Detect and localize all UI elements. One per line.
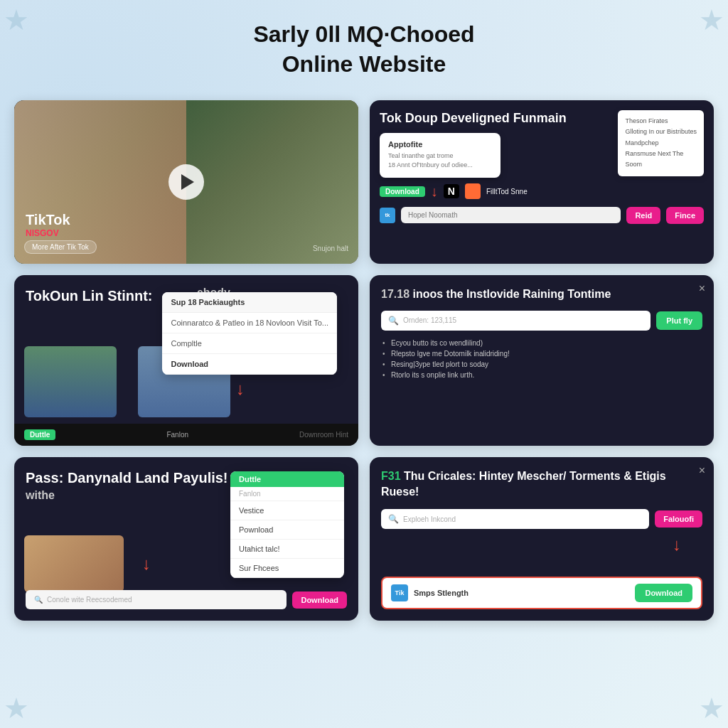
- context-menu-item-1[interactable]: Coinnaratco & Patleo in 18 Novloon Visit…: [162, 313, 337, 333]
- card6-search-row: 🔍 Exploeh Inkcond Falouofi: [381, 509, 702, 529]
- card6-search-icon: 🔍: [388, 514, 399, 524]
- card3-bottom-sub: Fanlon: [166, 431, 188, 439]
- card5-video-thumb: [24, 535, 124, 592]
- card4-action-button[interactable]: Plut fly: [656, 311, 702, 330]
- play-button[interactable]: [168, 164, 204, 200]
- arrow-bot-right: ↓: [673, 535, 681, 555]
- video-subtitle: Snujon halt: [313, 245, 348, 252]
- card2-sidebar: Theson Firates Glloting In our Bistribut…: [618, 110, 704, 176]
- more-after-tiktok-button[interactable]: More After Tik Tok: [24, 240, 97, 254]
- card6-arrow-container: ↓: [381, 535, 702, 555]
- star-decoration-br: ★: [699, 692, 724, 724]
- ctx2-item-1[interactable]: Vestice: [230, 501, 344, 520]
- tiktok-logo-text: TikTok: [26, 212, 70, 228]
- card4-search-row: 🔍 Ornden: 123,115 Plut fly: [381, 311, 702, 331]
- card-bot-left: Pass: Danynald Land Payulis! withe Duttl…: [14, 457, 358, 621]
- download-badge: Download: [380, 186, 425, 197]
- result-text: Smps Stlength: [414, 589, 635, 597]
- file-icon-blue: tk: [380, 208, 395, 223]
- card3-bottom-label: Duttle: [24, 429, 55, 440]
- bullet-item-1: Ecyou butto its co wendlilind): [381, 338, 702, 348]
- card5-context-menu: Duttle Fanlon Vestice Pownload Utahict t…: [230, 471, 344, 578]
- card4-search-icon: 🔍: [388, 316, 399, 326]
- card4-search-box: 🔍 Ornden: 123,115: [381, 311, 651, 331]
- bullet-item-4: Rtorlo its s onplie link urth.: [381, 370, 702, 380]
- arrow-down-card2: ↓: [431, 183, 438, 200]
- card2-reid-button[interactable]: Reid: [626, 207, 660, 224]
- card3-bottom-area: Duttle Fanlon Downroom Hint: [14, 424, 358, 446]
- star-decoration-tl: ★: [4, 4, 29, 36]
- ctx2-item-3[interactable]: Utahict talc!: [230, 540, 344, 559]
- bullet-item-3: Resing|3ype tled plort to soday: [381, 359, 702, 370]
- arrow-bot-left: ↓: [142, 554, 151, 574]
- card3-context-menu: Sup 18 Packiaughts Coinnaratco & Patleo …: [162, 292, 337, 375]
- card5-search-box: 🔍 Conole wite Reecsodemed: [26, 590, 287, 609]
- ctx2-item-4[interactable]: Sur Fhcees: [230, 559, 344, 578]
- card5-search-icon: 🔍: [34, 596, 43, 604]
- arrow-mid-left: ↓: [236, 379, 245, 399]
- card3-video-thumb: [24, 346, 117, 417]
- card6-search-box: 🔍 Exploeh Inkcond: [381, 509, 649, 529]
- star-decoration-tr: ★: [699, 4, 724, 36]
- card6-close-button[interactable]: ×: [699, 464, 705, 477]
- card6-search-placeholder: Exploeh Inkcond: [403, 515, 456, 523]
- card6-title-prefix: F31: [381, 470, 401, 482]
- result-icon: Tik: [391, 584, 408, 601]
- card6-download-result: Tik Smps Stlength Download: [381, 577, 702, 609]
- card4-bullet-list: Ecyou butto its co wendlilind) Rlepsto l…: [381, 338, 702, 380]
- tiktok-sub: NISGOV: [26, 228, 70, 238]
- card2-input[interactable]: [401, 207, 621, 223]
- star-decoration-bl: ★: [4, 692, 29, 724]
- bullet-item-2: Rlepsto lgve me Dotomilk inalidriding!: [381, 348, 702, 359]
- card4-close-button[interactable]: ×: [699, 282, 705, 295]
- card-tiktok-video: TikTok NISGOV More After Tik Tok Snujon …: [14, 100, 358, 264]
- card-mid-right: × 17.18 inoos the Instlovide Raining Ton…: [370, 275, 714, 446]
- context-menu-item-2[interactable]: Compltle: [162, 333, 337, 354]
- file-icon: [465, 183, 481, 199]
- card5-search-text: Conole wite Reecsodemed: [47, 596, 132, 604]
- card5-download-button[interactable]: Download: [292, 592, 347, 609]
- card-mid-left: TokOun Lin Stinnt: ebody Sup 18 Packiaug…: [14, 275, 358, 446]
- card-top-right: Tok Doup Develigned Funmain Theson Firat…: [370, 100, 714, 264]
- ctx2-item-2[interactable]: Pownload: [230, 520, 344, 540]
- notion-icon: N: [444, 184, 459, 198]
- card4-search-value: Ornden: 123,115: [403, 316, 456, 324]
- context-menu-download[interactable]: Download: [162, 354, 337, 375]
- card2-fince-button[interactable]: Fince: [666, 207, 704, 224]
- card6-download-button[interactable]: Download: [635, 584, 692, 602]
- page-title: Sarly 0ll MQ·Chooed Online Website: [0, 0, 728, 93]
- card3-watermark: Downroom Hint: [299, 431, 348, 439]
- card2-dropdown: Apptofite Teal tinanthe gat trome 18 Ann…: [380, 133, 500, 178]
- card6-title: F31 Thu Cricales: Hintey Mescher/ Tormen…: [381, 469, 702, 499]
- card6-action-button[interactable]: Falouofi: [655, 510, 702, 528]
- card2-bottom-row: tk Reid Fince: [380, 207, 704, 224]
- card5-search-row: 🔍 Conole wite Reecsodemed Download: [26, 590, 347, 609]
- card4-title: 17.18 inoos the Instlovide Raining Tonti…: [381, 287, 702, 302]
- card-bot-right: × F31 Thu Cricales: Hintey Mescher/ Torm…: [370, 457, 714, 621]
- file-label: FilltTod Snne: [486, 188, 528, 196]
